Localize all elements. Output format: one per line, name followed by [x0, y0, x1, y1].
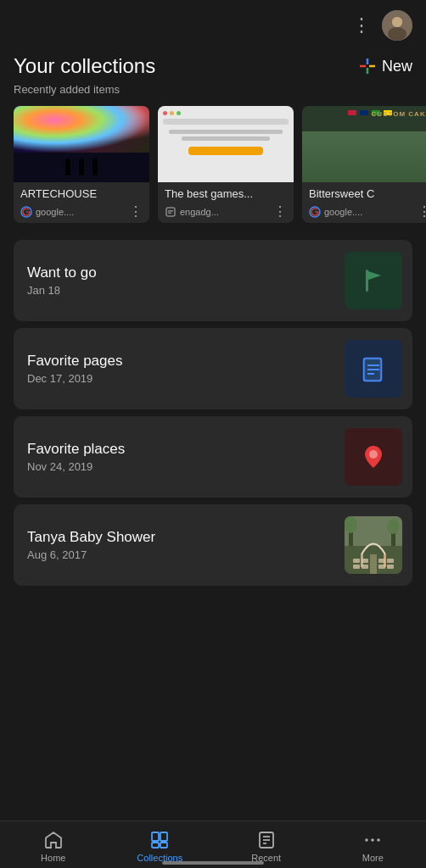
svg-point-46 [371, 838, 374, 842]
pages-icon [357, 353, 390, 385]
collection-want-to-go[interactable]: Want to go Jan 18 [14, 240, 412, 321]
flag-icon [357, 264, 390, 297]
svg-rect-29 [362, 559, 368, 563]
home-icon [43, 830, 64, 850]
bittersweet-image: CUSTOM CAKE [302, 106, 426, 182]
new-icon [358, 57, 377, 75]
card-more-icon[interactable]: ⋮ [129, 203, 143, 220]
new-button-label: New [382, 58, 412, 75]
new-collection-button[interactable]: New [358, 57, 412, 75]
nav-label-home: Home [41, 853, 65, 863]
collection-favorite-places[interactable]: Favorite places Nov 24, 2019 [14, 416, 412, 498]
svg-point-3 [392, 17, 402, 27]
collection-thumbnail-tanya-baby-shower [345, 516, 402, 574]
svg-point-2 [388, 27, 406, 41]
top-bar: ⋮ [0, 0, 426, 47]
pin-icon [357, 441, 390, 473]
card-title: ARTECHOUSE [20, 187, 143, 200]
collection-tanya-baby-shower[interactable]: Tanya Baby Shower Aug 6, 2017 [14, 504, 412, 586]
card-bittersweet[interactable]: CUSTOM CAKE Bittersweet C google.... ⋮ [302, 106, 426, 223]
card-title: The best games... [165, 187, 287, 200]
collections-list: Want to go Jan 18 Favorite pages Dec 17,… [0, 240, 426, 586]
google-icon [20, 206, 32, 218]
svg-rect-40 [160, 843, 167, 848]
svg-rect-31 [387, 559, 394, 563]
svg-rect-39 [152, 843, 159, 848]
recent-icon [256, 830, 277, 850]
svg-rect-10 [168, 210, 173, 212]
svg-rect-38 [160, 832, 167, 841]
svg-point-47 [377, 838, 380, 842]
collection-thumbnail-favorite-pages [345, 340, 402, 398]
avatar[interactable] [382, 10, 412, 41]
svg-point-19 [369, 450, 378, 459]
svg-point-45 [365, 838, 368, 842]
svg-rect-35 [387, 565, 394, 569]
recent-cards-row: ARTECHOUSE google.... ⋮ [0, 106, 426, 240]
svg-point-25 [387, 519, 399, 534]
collection-thumbnail-want-to-go [345, 252, 402, 309]
card-source: google.... [309, 206, 362, 218]
nav-label-more: More [362, 853, 384, 863]
collections-icon [149, 830, 170, 850]
subtitle: Recently added items [0, 81, 426, 106]
svg-rect-36 [370, 554, 377, 574]
engadget-icon [165, 206, 177, 218]
nav-item-home[interactable]: Home [28, 830, 79, 863]
top-bar-more-icon[interactable]: ⋮ [352, 14, 372, 36]
card-more-icon[interactable]: ⋮ [273, 203, 287, 220]
google-icon [309, 206, 321, 218]
more-icon [362, 830, 383, 850]
svg-rect-11 [168, 212, 171, 214]
card-source: google.... [20, 206, 74, 218]
nav-item-collections[interactable]: Collections [134, 830, 185, 863]
svg-rect-32 [353, 565, 360, 569]
nav-item-more[interactable]: More [347, 830, 398, 863]
svg-rect-34 [378, 565, 385, 569]
svg-rect-9 [166, 208, 175, 216]
card-source: engadg... [165, 206, 219, 218]
svg-rect-37 [152, 832, 159, 841]
home-indicator [162, 861, 264, 865]
card-more-icon[interactable]: ⋮ [418, 203, 426, 220]
card-best-games[interactable]: The best games... engadg... ⋮ [158, 106, 294, 223]
artechouse-image [14, 106, 149, 182]
card-artechouse[interactable]: ARTECHOUSE google.... ⋮ [14, 106, 149, 223]
collection-thumbnail-favorite-places [345, 428, 402, 486]
svg-rect-13 [366, 270, 368, 292]
card-title: Bittersweet C [309, 187, 426, 200]
collection-favorite-pages[interactable]: Favorite pages Dec 17, 2019 [14, 328, 412, 409]
page-header: Your collections New [0, 47, 426, 81]
svg-rect-30 [378, 559, 385, 563]
svg-rect-33 [362, 565, 368, 569]
nav-item-recent[interactable]: Recent [241, 830, 292, 863]
svg-rect-28 [353, 559, 360, 563]
page-title: Your collections [14, 54, 155, 78]
browser-image [158, 106, 294, 182]
